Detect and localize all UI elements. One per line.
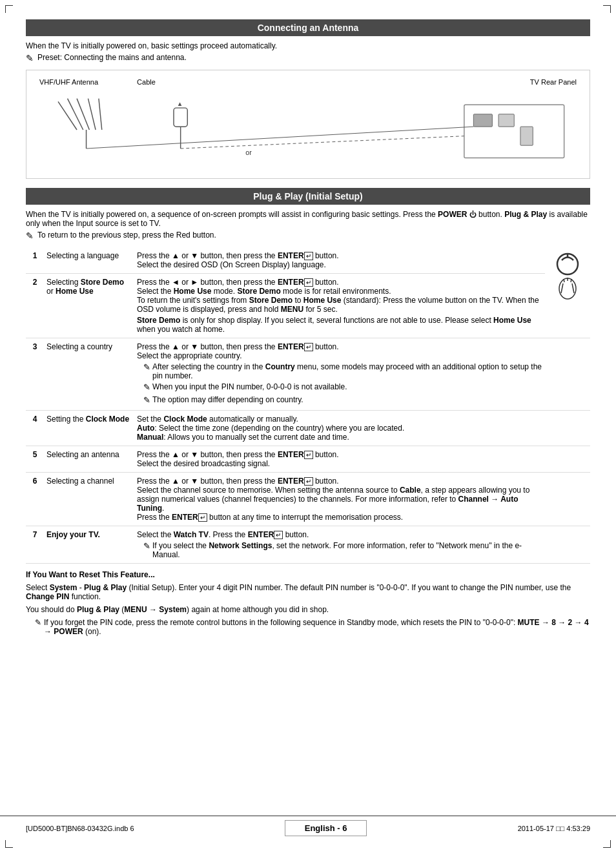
svg-rect-12 — [498, 114, 514, 127]
step-num-2: 2 — [26, 274, 44, 338]
footer-english-label: English - 6 — [285, 820, 367, 836]
step7-note1: ✎ If you select the Network Settings, se… — [137, 541, 542, 559]
step-label-6: Selecting a channel — [44, 472, 134, 526]
corner-bl — [5, 840, 13, 848]
step-row-5: 5 Selecting an antenna Press the ▲ or ▼ … — [26, 446, 590, 472]
step3-note2: ✎ When you input the PIN number, 0-0-0-0… — [137, 382, 542, 393]
note-sym2: ✎ — [143, 382, 150, 393]
step-label-7: Enjoy your TV. — [44, 526, 134, 563]
svg-line-3 — [88, 99, 96, 130]
intro2-line1: When the TV is initially powered on, a s… — [26, 210, 590, 228]
svg-line-21 — [564, 279, 564, 282]
intro2-note-text: To return to the previous step, press th… — [37, 231, 216, 240]
intro1-note: ✎ Preset: Connecting the mains and anten… — [26, 53, 590, 63]
note-sym4: ✎ — [143, 541, 150, 552]
section1-title: Connecting an Antenna — [258, 23, 359, 33]
step3-note1: ✎ After selecting the country in the Cou… — [137, 362, 542, 380]
footer-right: 2011-05-17 □□ 4:53:29 — [518, 825, 590, 832]
step3-line1: Press the ▲ or ▼ button, then press the … — [137, 342, 542, 351]
step-label-5: Selecting an antenna — [44, 446, 134, 472]
step6-empty — [545, 472, 590, 526]
step-label-4: Setting the Clock Mode — [44, 410, 134, 446]
step7-line1: Select the Watch TV. Press the ENTER↵ bu… — [137, 530, 542, 539]
step-num-3: 3 — [26, 338, 44, 411]
step-label-2: Selecting Store Demo or Home Use — [44, 274, 134, 338]
step-content-2: Press the ◄ or ► button, then press the … — [134, 274, 545, 338]
step2-line2: Select the Home Use mode. Store Demo mod… — [137, 287, 542, 296]
reset-section: If You Want to Reset This Feature... Sel… — [26, 570, 590, 636]
step4-line2: Auto: Select the time zone (depending on… — [137, 424, 542, 433]
note-sym3: ✎ — [143, 395, 150, 406]
step-num-4: 4 — [26, 410, 44, 446]
step-num-6: 6 — [26, 472, 44, 526]
svg-line-23 — [571, 279, 571, 282]
step3-note3: ✎ The option may differ depending on cou… — [137, 395, 542, 406]
reset-para2: You should do Plug & Play (MENU → System… — [26, 605, 590, 614]
svg-line-19 — [561, 283, 563, 293]
step-content-5: Press the ▲ or ▼ button, then press the … — [134, 446, 545, 472]
bottom-bar: [UD5000-BT]BN68-03432G.indb 6 English - … — [0, 816, 616, 840]
svg-line-20 — [572, 283, 574, 293]
step1-line2: Select the desired OSD (On Screen Displa… — [137, 260, 542, 269]
svg-rect-6 — [174, 108, 187, 127]
svg-rect-13 — [520, 127, 533, 145]
step5-empty — [545, 446, 590, 472]
footer-left: [UD5000-BT]BN68-03432G.indb 6 — [26, 825, 134, 832]
diagram-labels: VHF/UHF Antenna Cable TV Rear Panel — [39, 78, 577, 86]
step4-line1: Set the Clock Mode automatically or manu… — [137, 415, 542, 424]
intro2-note: ✎ To return to the previous step, press … — [26, 231, 590, 241]
step-row-6: 6 Selecting a channel Press the ▲ or ▼ b… — [26, 472, 590, 526]
reset-para1: Select System - Plug & Play (Initial Set… — [26, 583, 590, 601]
section2-header: Plug & Play (Initial Setup) — [26, 188, 590, 205]
step-num-1: 1 — [26, 247, 44, 274]
svg-rect-11 — [473, 114, 492, 127]
section2-title: Plug & Play (Initial Setup) — [253, 191, 363, 201]
reset-note: ✎ If you forget the PIN code, press the … — [26, 618, 590, 636]
step-row-2: 2 Selecting Store Demo or Home Use Press… — [26, 274, 590, 338]
step6-line3: Press the ENTER↵ button at any time to i… — [137, 513, 542, 522]
svg-text:or: or — [245, 149, 252, 156]
step3-line2: Select the appropriate country. — [137, 351, 542, 360]
corner-tr — [603, 5, 611, 13]
step6-line2: Select the channel source to memorise. W… — [137, 486, 542, 513]
intro1-line1: When the TV is initially powered on, bas… — [26, 41, 590, 50]
svg-line-14 — [181, 136, 464, 149]
power-hand-icon — [550, 251, 586, 303]
step-content-7: Select the Watch TV. Press the ENTER↵ bu… — [134, 526, 545, 563]
step7-empty — [545, 526, 590, 563]
diagram-vhf-label: VHF/UHF Antenna — [39, 78, 98, 86]
step2-line4: Store Demo is only for shop display. If … — [137, 316, 542, 334]
antenna-svg: ▲ or — [39, 91, 577, 169]
step-row-7: 7 Enjoy your TV. Select the Watch TV. Pr… — [26, 526, 590, 563]
antenna-diagram: VHF/UHF Antenna Cable TV Rear Panel ▲ or — [26, 70, 590, 179]
diagram-rear-label: TV Rear Panel — [530, 78, 577, 86]
svg-rect-10 — [464, 105, 564, 158]
svg-line-1 — [68, 99, 83, 130]
note-sym: ✎ — [143, 362, 150, 373]
svg-line-2 — [77, 99, 89, 130]
step-content-6: Press the ▲ or ▼ button, then press the … — [134, 472, 545, 526]
corner-br — [603, 840, 611, 848]
step-num-7: 7 — [26, 526, 44, 563]
step-content-3: Press the ▲ or ▼ button, then press the … — [134, 338, 545, 411]
svg-line-4 — [99, 99, 102, 130]
step-label-3: Selecting a country — [44, 338, 134, 411]
step-content-1: Press the ▲ or ▼ button, then press the … — [134, 247, 545, 274]
power-bold: POWER — [438, 210, 467, 219]
steps-table: 1 Selecting a language Press the ▲ or ▼ … — [26, 247, 590, 564]
svg-line-15 — [87, 127, 474, 149]
step2-line3: To return the unit's settings from Store… — [137, 296, 542, 314]
step-row-3: 3 Selecting a country Press the ▲ or ▼ b… — [26, 338, 590, 411]
step5-line2: Select the desired broadcasting signal. — [137, 459, 542, 468]
plug-play-bold: Plug & Play — [504, 210, 547, 219]
step3-empty — [545, 338, 590, 411]
diagram-cable-label: Cable — [137, 78, 156, 86]
pencil-icon2: ✎ — [26, 231, 34, 241]
intro1-line2: Preset: Connecting the mains and antenna… — [37, 53, 187, 62]
step6-line1: Press the ▲ or ▼ button, then press the … — [137, 477, 542, 486]
section1-header: Connecting an Antenna — [26, 19, 590, 36]
step-num-5: 5 — [26, 446, 44, 472]
svg-text:▲: ▲ — [177, 100, 183, 107]
corner-tl — [5, 5, 13, 13]
step4-line3: Manual: Allows you to manually set the c… — [137, 433, 542, 442]
